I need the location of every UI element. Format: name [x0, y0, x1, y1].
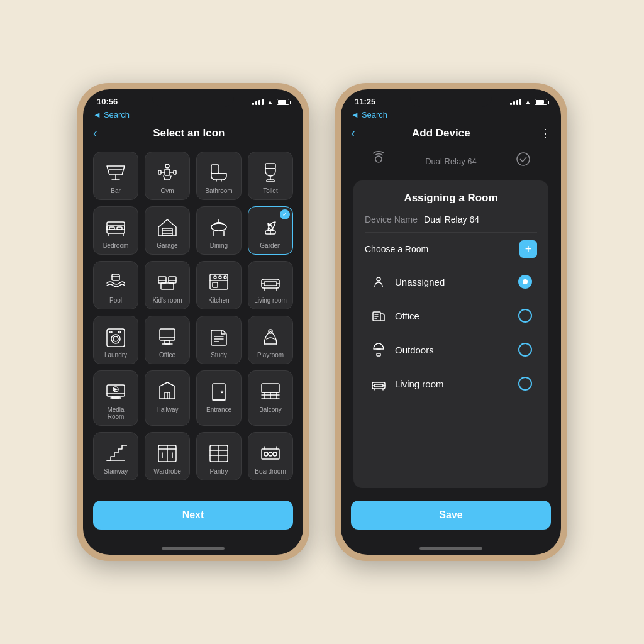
icon-cell-kidsroom[interactable]: Kid's room	[145, 261, 190, 309]
device-name-field-label: Device Name	[365, 214, 418, 225]
toilet-icon	[258, 161, 283, 184]
icon-cell-gym[interactable]: Gym	[145, 152, 190, 200]
office-room-icon	[370, 307, 387, 325]
more-menu-button[interactable]: ⋮	[540, 126, 551, 140]
svg-rect-9	[211, 165, 219, 174]
icon-label-wardrobe: Wardrobe	[153, 468, 181, 475]
icon-cell-study[interactable]: Study	[196, 316, 242, 364]
icon-label-pool: Pool	[109, 297, 122, 304]
phone-notch-2	[410, 89, 492, 107]
icon-label-gym: Gym	[160, 187, 174, 194]
livingroom-room-icon	[370, 375, 387, 392]
mediaroom-icon	[103, 380, 128, 402]
icon-label-livingroom1: Living room	[254, 297, 287, 304]
icon-cell-bedroom[interactable]: Bedroom	[93, 206, 138, 255]
room-name-office: Office	[395, 311, 518, 321]
selected-checkmark: ✓	[280, 209, 290, 219]
bathroom-icon	[206, 161, 231, 184]
unassigned-room-icon	[370, 273, 387, 291]
icon-cell-office[interactable]: Office	[145, 316, 190, 364]
main-container: 10:56 ▲ ◄ Search	[0, 0, 644, 644]
icon-cell-stairway[interactable]: Stairway	[93, 432, 138, 480]
icon-cell-dining[interactable]: Dining	[196, 206, 242, 255]
pool-icon	[103, 270, 128, 293]
icon-cell-laundry[interactable]: Laundry	[93, 316, 138, 364]
icon-cell-bathroom[interactable]: Bathroom	[196, 152, 242, 200]
svg-rect-52	[109, 331, 112, 333]
svg-rect-44	[264, 282, 277, 286]
icon-label-office: Office	[159, 352, 175, 358]
home-indicator-2	[341, 542, 561, 555]
icon-label-bar: Bar	[111, 187, 121, 194]
choose-room-label: Choose a Room	[365, 244, 428, 254]
icon-grid: Bar Gym Bathroom	[93, 152, 293, 480]
svg-rect-36	[161, 283, 174, 289]
room-item-office[interactable]: Office	[365, 299, 537, 332]
icon-cell-bar[interactable]: Bar	[93, 152, 138, 200]
icon-cell-entrance[interactable]: Entrance	[196, 370, 242, 426]
room-item-unassigned[interactable]: Unassigned	[365, 265, 537, 298]
status-time-1: 10:56	[97, 97, 118, 106]
room-item-outdoors[interactable]: Outdoors	[365, 333, 537, 366]
signal-icon-1	[252, 99, 264, 105]
save-button[interactable]: Save	[351, 501, 551, 530]
icon-cell-playroom[interactable]: Playroom	[248, 316, 293, 364]
assign-room-modal: Assigning a Room Device Name Dual Relay …	[353, 180, 548, 488]
next-button[interactable]: Next	[93, 501, 293, 530]
pantry-icon	[206, 441, 231, 464]
page-title-2: Add Device	[362, 127, 521, 140]
svg-point-71	[221, 391, 223, 393]
back-button-1[interactable]: ‹	[93, 126, 97, 140]
icon-cell-pool[interactable]: Pool	[93, 261, 138, 309]
svg-rect-7	[165, 169, 170, 175]
phone-2: 11:25 ▲ ◄ Search	[335, 83, 567, 561]
room-radio-unassigned[interactable]	[518, 275, 532, 289]
svg-rect-42	[213, 282, 218, 287]
icon-cell-livingroom1[interactable]: Living room	[248, 261, 293, 309]
icon-label-kitchen: Kitchen	[208, 297, 229, 304]
icon-cell-hallway[interactable]: Hallway	[145, 370, 190, 426]
signal-icon-2	[510, 99, 521, 105]
room-radio-livingroom[interactable]	[518, 377, 532, 391]
icon-cell-wardrobe[interactable]: Wardrobe	[145, 432, 190, 480]
stairway-icon	[103, 441, 128, 464]
icon-label-dining: Dining	[210, 242, 228, 249]
room-radio-outdoors[interactable]	[518, 343, 532, 357]
icon-cell-kitchen[interactable]: Kitchen	[196, 261, 242, 309]
search-back-icon-2: ◄	[351, 110, 359, 119]
device-name-container: Dual Relay 64	[425, 155, 477, 166]
modal-title: Assigning a Room	[365, 192, 537, 204]
add-room-button[interactable]: +	[519, 240, 537, 258]
icon-label-pantry: Pantry	[210, 468, 228, 475]
room-item-livingroom[interactable]: Living room	[365, 367, 537, 400]
battery-icon-1	[277, 99, 289, 105]
icon-cell-garage[interactable]: Garage	[145, 206, 190, 255]
icon-cell-pantry[interactable]: Pantry	[196, 432, 242, 480]
search-label-1[interactable]: Search	[104, 110, 130, 119]
garden-icon	[258, 216, 283, 238]
icon-label-kidsroom: Kid's room	[153, 297, 182, 304]
search-nav-2[interactable]: ◄ Search	[341, 109, 561, 123]
icon-cell-toilet[interactable]: Toilet	[248, 152, 293, 200]
status-icons-2: ▲	[510, 98, 547, 106]
bottom-btn-area-1: Next	[83, 494, 303, 542]
device-tab-signal[interactable]	[370, 150, 387, 170]
icon-cell-balcony[interactable]: Balcony	[248, 370, 293, 426]
search-label-2[interactable]: Search	[362, 110, 387, 119]
device-signal-icon	[370, 150, 387, 170]
icon-cell-boardroom[interactable]: Boardroom	[248, 432, 293, 480]
room-radio-office[interactable]	[518, 309, 532, 323]
svg-rect-13	[265, 164, 275, 169]
device-tab-check[interactable]	[514, 150, 532, 170]
icon-cell-mediaroom[interactable]: Media Room	[93, 370, 138, 426]
entrance-icon	[206, 380, 231, 402]
icon-label-mediaroom: Media Room	[99, 406, 133, 420]
search-nav-1[interactable]: ◄ Search	[83, 109, 303, 123]
back-button-2[interactable]: ‹	[351, 126, 355, 140]
playroom-icon	[258, 325, 283, 348]
nav-header-2: ‹ Add Device ⋮	[341, 123, 561, 147]
icon-label-boardroom: Boardroom	[255, 468, 286, 475]
icon-cell-garden[interactable]: ✓ Garden	[248, 206, 293, 255]
status-time-2: 11:25	[355, 97, 375, 106]
wardrobe-icon	[155, 441, 180, 464]
